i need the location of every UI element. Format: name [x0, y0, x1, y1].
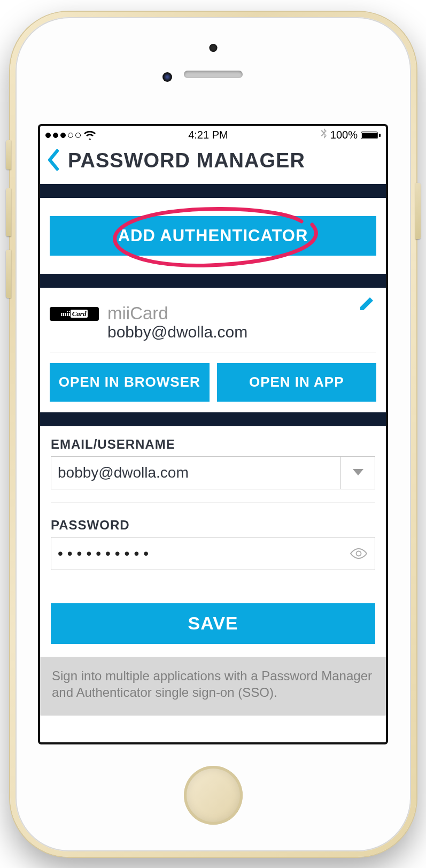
status-bar: 4:21 PM 100%: [40, 126, 386, 144]
service-logo: miiCard: [50, 307, 99, 321]
section-divider: [40, 274, 386, 288]
status-time: 4:21 PM: [188, 129, 228, 141]
account-email: bobby@dwolla.com: [107, 323, 247, 341]
mute-switch: [6, 140, 11, 170]
page-title: PASSWORD MANAGER: [68, 149, 305, 172]
email-label: EMAIL/USERNAME: [51, 437, 375, 452]
save-button[interactable]: SAVE: [51, 603, 375, 644]
svg-point-0: [357, 551, 361, 556]
account-card: miiCard miiCard bobby@dwolla.com OPEN IN…: [40, 288, 386, 412]
battery-percentage: 100%: [330, 129, 358, 141]
open-button-row: OPEN IN BROWSER OPEN IN APP: [50, 352, 376, 402]
battery-icon: [361, 132, 381, 139]
section-divider: [40, 412, 386, 426]
show-password-button[interactable]: [343, 537, 375, 570]
proximity-sensor: [162, 72, 172, 82]
phone-outer-shell: 4:21 PM 100%: [10, 12, 416, 857]
password-label: PASSWORD: [51, 518, 375, 533]
email-dropdown-button[interactable]: [340, 457, 375, 489]
email-input[interactable]: [51, 457, 340, 489]
password-input[interactable]: [51, 537, 343, 570]
add-authenticator-section: ADD AUTHENTICATOR: [40, 198, 386, 274]
volume-up-button: [6, 188, 11, 236]
open-in-browser-button[interactable]: OPEN IN BROWSER: [50, 363, 210, 402]
account-row: miiCard miiCard bobby@dwolla.com: [50, 298, 376, 341]
camera-dot: [209, 44, 217, 52]
add-authenticator-button[interactable]: ADD AUTHENTICATOR: [50, 216, 376, 256]
phone-top-area: [16, 17, 411, 124]
wifi-icon: [84, 131, 96, 140]
service-name: miiCard: [107, 304, 247, 323]
chevron-down-icon: [352, 468, 365, 478]
bluetooth-icon: [321, 128, 327, 142]
signal-dots-icon: [45, 133, 81, 138]
section-divider: [40, 184, 386, 198]
back-chevron-icon[interactable]: [47, 149, 60, 173]
eye-icon: [349, 547, 368, 560]
phone-inner-shell: 4:21 PM 100%: [16, 17, 411, 851]
phone-screen: 4:21 PM 100%: [38, 124, 388, 744]
nav-header: PASSWORD MANAGER: [40, 144, 386, 184]
credentials-form: EMAIL/USERNAME PASSWORD: [40, 426, 386, 657]
open-in-app-button[interactable]: OPEN IN APP: [217, 363, 377, 402]
earpiece-speaker: [184, 71, 243, 78]
info-footer: Sign into multiple applications with a P…: [40, 657, 386, 716]
home-button[interactable]: [184, 766, 243, 825]
email-input-row: [51, 456, 375, 489]
power-button: [415, 183, 421, 239]
device-frame: 4:21 PM 100%: [0, 0, 426, 868]
volume-down-button: [6, 250, 11, 298]
edit-pencil-icon[interactable]: [358, 295, 375, 314]
password-input-row: [51, 537, 375, 570]
